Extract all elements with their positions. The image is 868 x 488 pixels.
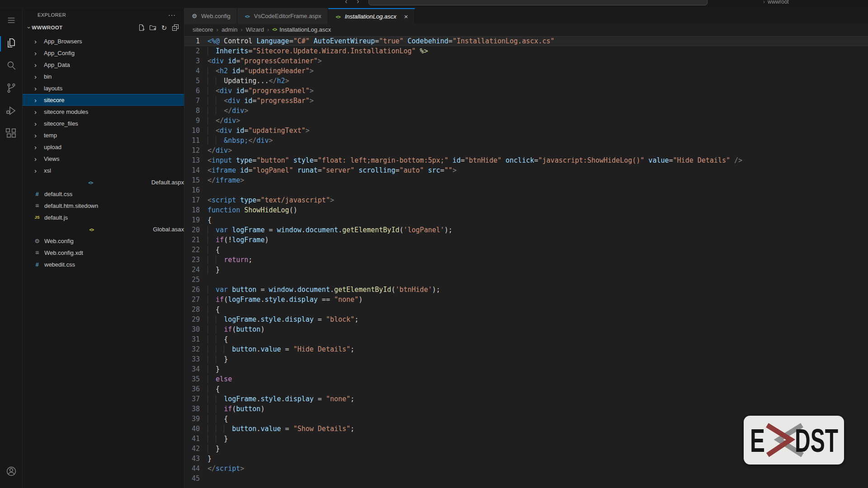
- code-line-5[interactable]: 5 Updating...</h2>: [184, 76, 868, 86]
- tree-folder-views[interactable]: ›Views: [23, 153, 184, 164]
- code-line-11[interactable]: 11 &nbsp;</div>: [184, 136, 868, 145]
- indent-guide: [208, 405, 224, 413]
- tree-folder-xsl[interactable]: ›xsl: [23, 164, 184, 176]
- code-line-9[interactable]: 9 </div>: [184, 116, 868, 126]
- tree-file-web-config[interactable]: ⚙Web.config: [23, 235, 184, 247]
- activity-extensions-icon[interactable]: [0, 123, 22, 145]
- tree-folder-layouts[interactable]: ›layouts: [23, 82, 184, 94]
- code-line-12[interactable]: 12</div>: [184, 145, 868, 155]
- tab-vscodeeditorframe-aspx[interactable]: <>VsCodeEditorFrame.aspx: [237, 8, 328, 24]
- line-content: return;: [208, 255, 252, 265]
- tree-file-default-htm-sitedown[interactable]: ≡default.htm.sitedown: [23, 200, 184, 211]
- breadcrumb-file[interactable]: InstallationLog.ascx: [279, 26, 331, 33]
- code-line-44[interactable]: 44</script>: [184, 464, 868, 474]
- refresh-icon[interactable]: ↻: [160, 23, 168, 32]
- code-line-6[interactable]: 6 <div id="progressPanel">: [184, 86, 868, 96]
- code-line-37[interactable]: 37 logFrame.style.display = "none";: [184, 394, 868, 404]
- tree-file-default-js[interactable]: JSdefault.js: [23, 211, 184, 223]
- nav-forward-icon[interactable]: ›: [357, 0, 359, 5]
- tree-folder-upload[interactable]: ›upload: [23, 141, 184, 153]
- code-line-24[interactable]: 24 }: [184, 265, 868, 275]
- line-number: 39: [184, 414, 200, 424]
- new-file-icon[interactable]: [137, 23, 146, 32]
- logo-letter-e: E: [750, 422, 765, 459]
- close-icon[interactable]: ×: [404, 13, 408, 20]
- tree-file-web-config-xdt[interactable]: ≡Web.config.xdt: [23, 247, 184, 258]
- new-folder-icon[interactable]: [149, 23, 157, 32]
- code-line-34[interactable]: 34 }: [184, 364, 868, 374]
- tab-label: InstallationLog.ascx: [345, 13, 396, 20]
- activity-files-icon[interactable]: [0, 33, 22, 55]
- tree-folder-sitecore[interactable]: ›sitecore: [23, 94, 184, 106]
- tree-file-default-aspx[interactable]: <>Default.aspx: [23, 176, 184, 188]
- code-line-16[interactable]: 16: [184, 185, 868, 195]
- code-line-2[interactable]: 2 Inherits="Sitecore.Update.Wizard.Insta…: [184, 46, 868, 56]
- code-line-26[interactable]: 26 var button = window.document.getEleme…: [184, 285, 868, 295]
- activity-run-debug-icon[interactable]: [0, 100, 22, 123]
- code-line-21[interactable]: 21 if(!logFrame): [184, 235, 868, 245]
- line-content: &nbsp;</div>: [208, 136, 273, 145]
- code-line-29[interactable]: 29 logFrame.style.display = "block";: [184, 314, 868, 324]
- code-line-18[interactable]: 18function ShowHideLog(): [184, 205, 868, 215]
- code-line-22[interactable]: 22 {: [184, 245, 868, 255]
- collapse-all-icon[interactable]: [171, 23, 179, 32]
- tab-web-config[interactable]: ⚙Web.config: [184, 8, 237, 24]
- tree-folder-temp[interactable]: ›temp: [23, 129, 184, 141]
- code-line-25[interactable]: 25: [184, 275, 868, 285]
- line-number: 6: [184, 86, 200, 96]
- tree-file-webedit-css[interactable]: #webedit.css: [23, 258, 184, 270]
- tree-folder-bin[interactable]: ›bin: [23, 70, 184, 82]
- code-line-38[interactable]: 38 if(button): [184, 404, 868, 414]
- code-line-1[interactable]: 1<%@ Control Language="C#" AutoEventWire…: [184, 36, 868, 46]
- code-line-32[interactable]: 32 button.value = "Hide Details";: [184, 344, 868, 354]
- breadcrumb-segment[interactable]: Wizard: [246, 26, 264, 33]
- workspace-root-row[interactable]: › WWWROOT ↻: [23, 22, 184, 33]
- activity-menu-icon[interactable]: [0, 10, 22, 33]
- code-line-3[interactable]: 3<div id="progressContainer">: [184, 56, 868, 66]
- extensions-icon: [5, 127, 17, 141]
- code-line-35[interactable]: 35 else: [184, 374, 868, 384]
- code-line-14[interactable]: 14<iframe id="logPanel" runat="server" s…: [184, 165, 868, 175]
- tree-file-global-asax[interactable]: <>Global.asax: [23, 223, 184, 235]
- code-line-27[interactable]: 27 if(logFrame.style.display == "none"): [184, 295, 868, 305]
- breadcrumb-segment[interactable]: sitecore: [193, 26, 213, 33]
- code-line-45[interactable]: 45: [184, 474, 868, 483]
- tab-installationlog-ascx[interactable]: <>InstallationLog.ascx×: [328, 8, 415, 24]
- tree-folder-sitecore-modules[interactable]: ›sitecore modules: [23, 106, 184, 117]
- code-line-20[interactable]: 20 var logFrame = window.document.getEle…: [184, 225, 868, 235]
- code-line-23[interactable]: 23 return;: [184, 255, 868, 265]
- code-line-30[interactable]: 30 if(button): [184, 324, 868, 334]
- tree-folder-app-config[interactable]: ›App_Config: [23, 47, 184, 59]
- line-content: Updating...</h2>: [208, 76, 289, 86]
- line-content: Inherits="Sitecore.Update.Wizard.Install…: [208, 46, 428, 56]
- code-line-7[interactable]: 7 <div id="progressBar">: [184, 96, 868, 106]
- tree-folder-app-browsers[interactable]: ›App_Browsers: [23, 35, 184, 47]
- indent-guide: [208, 355, 224, 363]
- code-line-17[interactable]: 17<script type="text/javascript">: [184, 195, 868, 205]
- code-line-31[interactable]: 31 {: [184, 334, 868, 344]
- nav-back-icon[interactable]: ‹: [345, 0, 347, 5]
- more-actions-icon[interactable]: ···: [168, 11, 176, 19]
- line-number: 12: [184, 145, 200, 155]
- activity-account-icon[interactable]: [0, 461, 22, 483]
- breadcrumb-segment[interactable]: admin: [222, 26, 237, 33]
- activity-search-icon[interactable]: [0, 55, 22, 78]
- tree-folder-sitecore-files[interactable]: ›sitecore_files: [23, 117, 184, 129]
- code-line-28[interactable]: 28 {: [184, 305, 868, 314]
- code-line-13[interactable]: 13<input type="button" style="float: lef…: [184, 155, 868, 165]
- indent-guide: [208, 246, 216, 254]
- tree-file-default-css[interactable]: #default.css: [23, 188, 184, 200]
- activity-source-control-icon[interactable]: [0, 78, 22, 100]
- code-line-33[interactable]: 33 }: [184, 354, 868, 364]
- code-line-19[interactable]: 19{: [184, 215, 868, 225]
- chevron-right-icon: ›: [34, 50, 41, 56]
- line-number: 37: [184, 394, 200, 404]
- code-line-15[interactable]: 15</iframe>: [184, 175, 868, 185]
- tree-folder-app-data[interactable]: ›App_Data: [23, 59, 184, 70]
- command-center-searchbox[interactable]: [368, 0, 708, 5]
- code-line-10[interactable]: 10 <div id="updatingText">: [184, 126, 868, 136]
- code-line-4[interactable]: 4 <h2 id="updatingHeader">: [184, 66, 868, 76]
- code-line-36[interactable]: 36 {: [184, 384, 868, 394]
- tree-item-label: Web.config: [44, 238, 74, 244]
- code-line-8[interactable]: 8 </div>: [184, 106, 868, 116]
